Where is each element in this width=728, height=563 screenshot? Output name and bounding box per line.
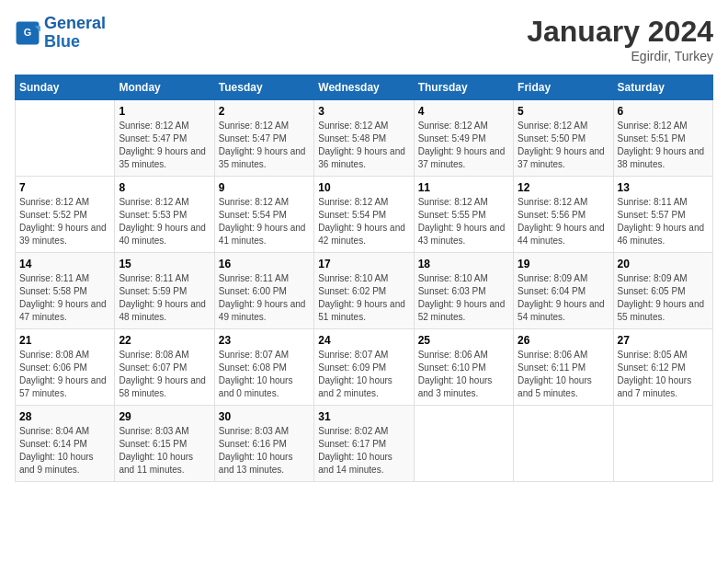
header-wednesday: Wednesday (314, 75, 414, 100)
day-number: 28 (19, 410, 110, 423)
day-info: Sunrise: 8:12 AMSunset: 5:51 PMDaylight:… (618, 120, 709, 171)
day-info: Sunrise: 8:12 AMSunset: 5:54 PMDaylight:… (219, 196, 310, 247)
calendar-cell (414, 406, 513, 482)
calendar-cell: 8 Sunrise: 8:12 AMSunset: 5:53 PMDayligh… (115, 177, 214, 253)
day-number: 21 (19, 334, 110, 347)
week-row-1: 7 Sunrise: 8:12 AMSunset: 5:52 PMDayligh… (16, 177, 713, 253)
day-number: 20 (618, 258, 709, 270)
calendar-title: January 2024 (527, 15, 713, 49)
day-info: Sunrise: 8:12 AMSunset: 5:54 PMDaylight:… (318, 196, 409, 247)
calendar-cell: 19 Sunrise: 8:09 AMSunset: 6:04 PMDaylig… (514, 253, 613, 329)
day-number: 15 (119, 258, 210, 270)
day-number: 14 (19, 258, 110, 270)
calendar-cell: 4 Sunrise: 8:12 AMSunset: 5:49 PMDayligh… (414, 100, 513, 177)
day-info: Sunrise: 8:03 AMSunset: 6:16 PMDaylight:… (219, 425, 310, 477)
header-sunday: Sunday (16, 75, 115, 100)
day-info: Sunrise: 8:06 AMSunset: 6:11 PMDaylight:… (518, 349, 609, 400)
day-number: 16 (219, 258, 310, 270)
header-saturday: Saturday (613, 75, 712, 100)
week-row-4: 28 Sunrise: 8:04 AMSunset: 6:14 PMDaylig… (16, 406, 713, 482)
day-number: 17 (318, 258, 409, 270)
day-info: Sunrise: 8:12 AMSunset: 5:56 PMDaylight:… (518, 196, 609, 247)
day-number: 18 (418, 258, 509, 270)
calendar-cell: 24 Sunrise: 8:07 AMSunset: 6:09 PMDaylig… (314, 329, 414, 406)
calendar-cell: 10 Sunrise: 8:12 AMSunset: 5:54 PMDaylig… (314, 177, 414, 253)
day-info: Sunrise: 8:12 AMSunset: 5:53 PMDaylight:… (119, 196, 210, 247)
day-info: Sunrise: 8:11 AMSunset: 5:58 PMDaylight:… (19, 272, 110, 324)
day-info: Sunrise: 8:12 AMSunset: 5:50 PMDaylight:… (518, 120, 609, 171)
calendar-cell: 22 Sunrise: 8:08 AMSunset: 6:07 PMDaylig… (115, 329, 214, 406)
day-info: Sunrise: 8:09 AMSunset: 6:05 PMDaylight:… (618, 272, 709, 324)
calendar-cell: 16 Sunrise: 8:11 AMSunset: 6:00 PMDaylig… (214, 253, 313, 329)
day-info: Sunrise: 8:03 AMSunset: 6:15 PMDaylight:… (119, 425, 210, 477)
day-number: 23 (219, 334, 310, 347)
week-row-3: 21 Sunrise: 8:08 AMSunset: 6:06 PMDaylig… (16, 329, 713, 406)
day-number: 8 (119, 181, 210, 194)
day-number: 10 (318, 181, 409, 194)
calendar-cell: 2 Sunrise: 8:12 AMSunset: 5:47 PMDayligh… (214, 100, 313, 177)
day-number: 24 (318, 334, 409, 347)
day-info: Sunrise: 8:06 AMSunset: 6:10 PMDaylight:… (418, 349, 509, 400)
day-number: 5 (518, 105, 609, 118)
calendar-cell: 14 Sunrise: 8:11 AMSunset: 5:58 PMDaylig… (16, 253, 115, 329)
calendar-cell: 29 Sunrise: 8:03 AMSunset: 6:15 PMDaylig… (115, 406, 214, 482)
calendar-cell: 7 Sunrise: 8:12 AMSunset: 5:52 PMDayligh… (16, 177, 115, 253)
calendar-cell: 9 Sunrise: 8:12 AMSunset: 5:54 PMDayligh… (214, 177, 313, 253)
calendar-cell: 17 Sunrise: 8:10 AMSunset: 6:02 PMDaylig… (314, 253, 414, 329)
calendar-cell: 13 Sunrise: 8:11 AMSunset: 5:57 PMDaylig… (613, 177, 712, 253)
calendar-subtitle: Egirdir, Turkey (527, 49, 713, 63)
day-number: 25 (418, 334, 509, 347)
day-info: Sunrise: 8:08 AMSunset: 6:07 PMDaylight:… (119, 349, 210, 400)
day-number: 9 (219, 181, 310, 194)
week-row-2: 14 Sunrise: 8:11 AMSunset: 5:58 PMDaylig… (16, 253, 713, 329)
day-number: 4 (418, 105, 509, 118)
day-info: Sunrise: 8:11 AMSunset: 5:59 PMDaylight:… (119, 272, 210, 324)
day-number: 7 (19, 181, 110, 194)
calendar-cell: 5 Sunrise: 8:12 AMSunset: 5:50 PMDayligh… (514, 100, 613, 177)
calendar-cell: 1 Sunrise: 8:12 AMSunset: 5:47 PMDayligh… (115, 100, 214, 177)
day-info: Sunrise: 8:12 AMSunset: 5:47 PMDaylight:… (119, 120, 210, 171)
day-info: Sunrise: 8:05 AMSunset: 6:12 PMDaylight:… (618, 349, 709, 400)
day-number: 13 (618, 181, 709, 194)
calendar-cell: 15 Sunrise: 8:11 AMSunset: 5:59 PMDaylig… (115, 253, 214, 329)
day-number: 6 (618, 105, 709, 118)
header-thursday: Thursday (414, 75, 513, 100)
day-number: 12 (518, 181, 609, 194)
week-row-0: 1 Sunrise: 8:12 AMSunset: 5:47 PMDayligh… (16, 100, 713, 177)
header-monday: Monday (115, 75, 214, 100)
day-info: Sunrise: 8:07 AMSunset: 6:09 PMDaylight:… (318, 349, 409, 400)
calendar-cell: 27 Sunrise: 8:05 AMSunset: 6:12 PMDaylig… (613, 329, 712, 406)
title-section: January 2024 Egirdir, Turkey (527, 15, 713, 63)
calendar-cell: 21 Sunrise: 8:08 AMSunset: 6:06 PMDaylig… (16, 329, 115, 406)
day-number: 1 (119, 105, 210, 118)
svg-text:G: G (24, 27, 31, 38)
calendar-table: SundayMondayTuesdayWednesdayThursdayFrid… (15, 75, 713, 482)
day-number: 11 (418, 181, 509, 194)
calendar-cell: 26 Sunrise: 8:06 AMSunset: 6:11 PMDaylig… (514, 329, 613, 406)
day-info: Sunrise: 8:04 AMSunset: 6:14 PMDaylight:… (19, 425, 110, 477)
day-number: 27 (618, 334, 709, 347)
day-info: Sunrise: 8:12 AMSunset: 5:48 PMDaylight:… (318, 120, 409, 171)
header-friday: Friday (514, 75, 613, 100)
day-info: Sunrise: 8:11 AMSunset: 5:57 PMDaylight:… (618, 196, 709, 247)
calendar-header-row: SundayMondayTuesdayWednesdayThursdayFrid… (16, 75, 713, 100)
logo: G General Blue (15, 15, 106, 52)
calendar-cell: 31 Sunrise: 8:02 AMSunset: 6:17 PMDaylig… (314, 406, 414, 482)
day-info: Sunrise: 8:10 AMSunset: 6:02 PMDaylight:… (318, 272, 409, 324)
day-number: 2 (219, 105, 310, 118)
day-info: Sunrise: 8:12 AMSunset: 5:55 PMDaylight:… (418, 196, 509, 247)
day-number: 19 (518, 258, 609, 270)
day-number: 29 (119, 410, 210, 423)
calendar-cell: 3 Sunrise: 8:12 AMSunset: 5:48 PMDayligh… (314, 100, 414, 177)
calendar-cell (514, 406, 613, 482)
day-info: Sunrise: 8:12 AMSunset: 5:49 PMDaylight:… (418, 120, 509, 171)
calendar-cell: 20 Sunrise: 8:09 AMSunset: 6:05 PMDaylig… (613, 253, 712, 329)
calendar-cell: 25 Sunrise: 8:06 AMSunset: 6:10 PMDaylig… (414, 329, 513, 406)
day-info: Sunrise: 8:08 AMSunset: 6:06 PMDaylight:… (19, 349, 110, 400)
calendar-cell: 18 Sunrise: 8:10 AMSunset: 6:03 PMDaylig… (414, 253, 513, 329)
calendar-cell (16, 100, 115, 177)
day-info: Sunrise: 8:07 AMSunset: 6:08 PMDaylight:… (219, 349, 310, 400)
header-tuesday: Tuesday (214, 75, 313, 100)
calendar-cell: 23 Sunrise: 8:07 AMSunset: 6:08 PMDaylig… (214, 329, 313, 406)
calendar-cell: 30 Sunrise: 8:03 AMSunset: 6:16 PMDaylig… (214, 406, 313, 482)
